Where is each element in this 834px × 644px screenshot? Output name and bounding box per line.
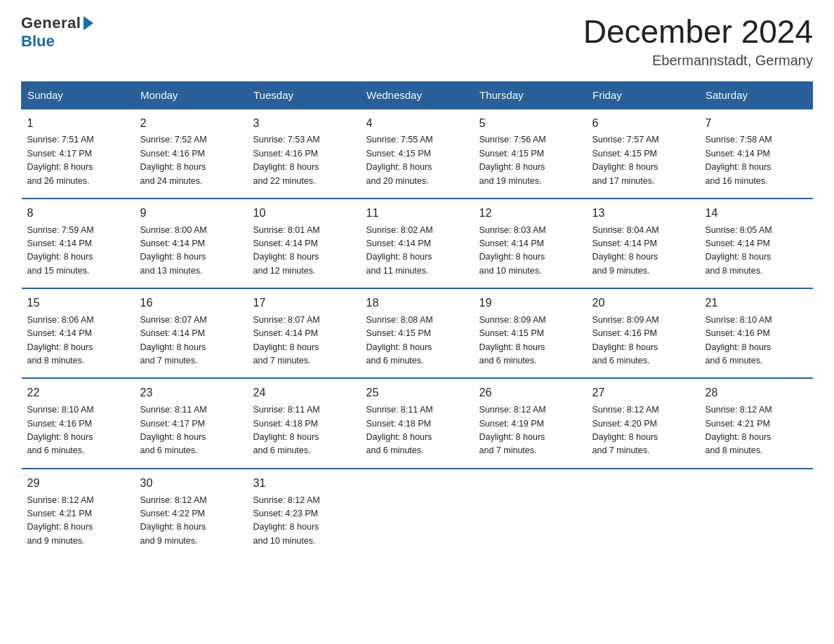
day-info: Sunrise: 7:53 AM Sunset: 4:16 PM Dayligh… [253, 133, 355, 188]
day-number: 26 [479, 384, 581, 402]
calendar-cell: 4Sunrise: 7:55 AM Sunset: 4:15 PM Daylig… [361, 109, 474, 199]
calendar-cell: 27Sunrise: 8:12 AM Sunset: 4:20 PM Dayli… [587, 378, 700, 468]
day-number: 7 [706, 115, 807, 133]
calendar-cell: 25Sunrise: 8:11 AM Sunset: 4:18 PM Dayli… [361, 378, 474, 468]
day-number: 11 [366, 205, 468, 222]
header-cell-wednesday: Wednesday [361, 81, 474, 109]
day-info: Sunrise: 8:05 AM Sunset: 4:14 PM Dayligh… [706, 224, 807, 279]
calendar-cell: 26Sunrise: 8:12 AM Sunset: 4:19 PM Dayli… [474, 378, 587, 468]
calendar-cell [361, 469, 474, 558]
day-info: Sunrise: 8:09 AM Sunset: 4:15 PM Dayligh… [479, 314, 581, 368]
day-info: Sunrise: 8:02 AM Sunset: 4:14 PM Dayligh… [366, 224, 468, 279]
calendar-cell: 22Sunrise: 8:10 AM Sunset: 4:16 PM Dayli… [22, 378, 135, 468]
day-number: 29 [27, 475, 129, 492]
logo-arrow-icon [84, 16, 93, 30]
day-number: 28 [706, 384, 807, 402]
day-info: Sunrise: 8:06 AM Sunset: 4:14 PM Dayligh… [27, 314, 129, 368]
week-row-4: 22Sunrise: 8:10 AM Sunset: 4:16 PM Dayli… [22, 378, 813, 468]
calendar-cell: 6Sunrise: 7:57 AM Sunset: 4:15 PM Daylig… [587, 109, 700, 199]
day-number: 27 [593, 384, 694, 402]
day-number: 1 [27, 115, 129, 133]
calendar-cell: 8Sunrise: 7:59 AM Sunset: 4:14 PM Daylig… [22, 199, 135, 288]
calendar-cell: 12Sunrise: 8:03 AM Sunset: 4:14 PM Dayli… [474, 199, 587, 288]
calendar-cell: 14Sunrise: 8:05 AM Sunset: 4:14 PM Dayli… [700, 199, 813, 288]
day-number: 9 [140, 205, 242, 222]
calendar-cell: 21Sunrise: 8:10 AM Sunset: 4:16 PM Dayli… [700, 288, 813, 378]
calendar-cell: 13Sunrise: 8:04 AM Sunset: 4:14 PM Dayli… [587, 199, 700, 288]
calendar-cell: 7Sunrise: 7:58 AM Sunset: 4:14 PM Daylig… [700, 109, 813, 199]
day-info: Sunrise: 8:10 AM Sunset: 4:16 PM Dayligh… [27, 403, 129, 458]
day-info: Sunrise: 7:51 AM Sunset: 4:17 PM Dayligh… [27, 133, 129, 188]
header-cell-saturday: Saturday [700, 81, 813, 109]
logo-general: General [21, 14, 81, 32]
calendar-cell: 31Sunrise: 8:12 AM Sunset: 4:23 PM Dayli… [248, 469, 361, 558]
day-number: 23 [140, 384, 242, 402]
calendar-cell: 19Sunrise: 8:09 AM Sunset: 4:15 PM Dayli… [474, 288, 587, 378]
day-number: 17 [253, 295, 355, 312]
day-info: Sunrise: 8:12 AM Sunset: 4:19 PM Dayligh… [479, 403, 581, 458]
day-number: 19 [479, 295, 581, 312]
week-row-3: 15Sunrise: 8:06 AM Sunset: 4:14 PM Dayli… [22, 288, 813, 378]
day-info: Sunrise: 8:12 AM Sunset: 4:21 PM Dayligh… [706, 403, 807, 458]
day-number: 15 [27, 295, 129, 312]
day-info: Sunrise: 7:58 AM Sunset: 4:14 PM Dayligh… [706, 133, 807, 188]
calendar-cell: 20Sunrise: 8:09 AM Sunset: 4:16 PM Dayli… [587, 288, 700, 378]
day-info: Sunrise: 8:09 AM Sunset: 4:16 PM Dayligh… [593, 314, 694, 368]
day-number: 5 [479, 115, 581, 133]
day-number: 8 [27, 205, 129, 222]
day-info: Sunrise: 7:56 AM Sunset: 4:15 PM Dayligh… [479, 133, 581, 188]
location-title: Ebermannstadt, Germany [583, 53, 813, 69]
day-number: 2 [140, 115, 242, 133]
day-info: Sunrise: 8:07 AM Sunset: 4:14 PM Dayligh… [140, 314, 242, 368]
header-cell-tuesday: Tuesday [248, 81, 361, 109]
day-number: 24 [253, 384, 355, 402]
day-number: 20 [593, 295, 694, 312]
calendar-cell: 17Sunrise: 8:07 AM Sunset: 4:14 PM Dayli… [248, 288, 361, 378]
week-row-2: 8Sunrise: 7:59 AM Sunset: 4:14 PM Daylig… [22, 199, 813, 288]
day-number: 3 [253, 115, 355, 133]
calendar-cell: 5Sunrise: 7:56 AM Sunset: 4:15 PM Daylig… [474, 109, 587, 199]
title-block: December 2024 Ebermannstadt, Germany [583, 14, 813, 69]
calendar-cell: 2Sunrise: 7:52 AM Sunset: 4:16 PM Daylig… [135, 109, 248, 199]
day-info: Sunrise: 8:04 AM Sunset: 4:14 PM Dayligh… [593, 224, 694, 279]
calendar-cell: 1Sunrise: 7:51 AM Sunset: 4:17 PM Daylig… [22, 109, 135, 199]
day-number: 14 [706, 205, 807, 222]
calendar-cell: 10Sunrise: 8:01 AM Sunset: 4:14 PM Dayli… [248, 199, 361, 288]
day-info: Sunrise: 8:12 AM Sunset: 4:21 PM Dayligh… [27, 494, 129, 549]
day-number: 30 [140, 475, 242, 492]
day-number: 25 [366, 384, 468, 402]
calendar-cell: 9Sunrise: 8:00 AM Sunset: 4:14 PM Daylig… [135, 199, 248, 288]
day-info: Sunrise: 8:00 AM Sunset: 4:14 PM Dayligh… [140, 224, 242, 279]
day-number: 4 [366, 115, 468, 133]
day-info: Sunrise: 8:01 AM Sunset: 4:14 PM Dayligh… [253, 224, 355, 279]
day-info: Sunrise: 8:11 AM Sunset: 4:18 PM Dayligh… [253, 403, 355, 458]
month-title: December 2024 [583, 14, 813, 50]
logo-blue: Blue [21, 32, 55, 51]
calendar-cell: 23Sunrise: 8:11 AM Sunset: 4:17 PM Dayli… [135, 378, 248, 468]
day-info: Sunrise: 8:11 AM Sunset: 4:17 PM Dayligh… [140, 403, 242, 458]
calendar-cell: 30Sunrise: 8:12 AM Sunset: 4:22 PM Dayli… [135, 469, 248, 558]
calendar-cell: 3Sunrise: 7:53 AM Sunset: 4:16 PM Daylig… [248, 109, 361, 199]
day-info: Sunrise: 7:59 AM Sunset: 4:14 PM Dayligh… [27, 224, 129, 279]
day-info: Sunrise: 8:12 AM Sunset: 4:23 PM Dayligh… [253, 494, 355, 549]
calendar-cell: 11Sunrise: 8:02 AM Sunset: 4:14 PM Dayli… [361, 199, 474, 288]
header-cell-thursday: Thursday [474, 81, 587, 109]
day-info: Sunrise: 8:08 AM Sunset: 4:15 PM Dayligh… [366, 314, 468, 368]
calendar-cell: 15Sunrise: 8:06 AM Sunset: 4:14 PM Dayli… [22, 288, 135, 378]
day-number: 12 [479, 205, 581, 222]
week-row-5: 29Sunrise: 8:12 AM Sunset: 4:21 PM Dayli… [22, 469, 813, 558]
page-header: General Blue December 2024 Ebermannstadt… [21, 14, 813, 69]
day-info: Sunrise: 8:10 AM Sunset: 4:16 PM Dayligh… [706, 314, 807, 368]
day-info: Sunrise: 8:11 AM Sunset: 4:18 PM Dayligh… [366, 403, 468, 458]
calendar-cell: 18Sunrise: 8:08 AM Sunset: 4:15 PM Dayli… [361, 288, 474, 378]
calendar-cell [474, 469, 587, 558]
day-info: Sunrise: 8:12 AM Sunset: 4:22 PM Dayligh… [140, 494, 242, 549]
calendar-cell: 29Sunrise: 8:12 AM Sunset: 4:21 PM Dayli… [22, 469, 135, 558]
calendar-table: SundayMondayTuesdayWednesdayThursdayFrid… [21, 81, 813, 558]
day-number: 18 [366, 295, 468, 312]
day-number: 13 [593, 205, 694, 222]
day-info: Sunrise: 7:52 AM Sunset: 4:16 PM Dayligh… [140, 133, 242, 188]
day-number: 31 [253, 475, 355, 492]
calendar-cell: 24Sunrise: 8:11 AM Sunset: 4:18 PM Dayli… [248, 378, 361, 468]
day-info: Sunrise: 8:07 AM Sunset: 4:14 PM Dayligh… [253, 314, 355, 368]
